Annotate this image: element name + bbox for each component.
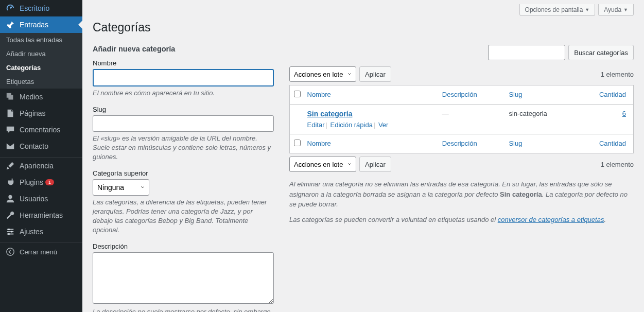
item-count-bottom: 1 elemento: [601, 161, 634, 168]
action-view[interactable]: Ver: [378, 121, 389, 129]
sidebar-item-settings[interactable]: Ajustes: [0, 223, 82, 240]
sidebar-item-comments[interactable]: Comentarios: [0, 122, 82, 138]
col-count-foot[interactable]: Cantidad: [599, 140, 626, 147]
sidebar-label: Contacto: [20, 142, 48, 150]
sidebar-label: Medios: [20, 93, 43, 101]
sidebar-subitem-categories[interactable]: Categorías: [0, 61, 82, 75]
col-count[interactable]: Cantidad: [599, 91, 626, 98]
row-desc: —: [437, 105, 504, 134]
sidebar-item-pages[interactable]: Páginas: [0, 105, 82, 122]
svg-point-4: [7, 248, 14, 255]
collapse-label: Cerrar menú: [20, 248, 57, 256]
svg-point-2: [11, 231, 13, 233]
desc-label: Descripción: [93, 242, 274, 250]
converter-link[interactable]: conversor de categorías a etiquetas: [498, 216, 604, 223]
action-quickedit[interactable]: Edición rápida: [330, 121, 372, 129]
field-description: Descripción La descripción no suele most…: [93, 242, 274, 312]
parent-select[interactable]: Ninguna: [93, 179, 149, 196]
wrench-icon: [5, 211, 15, 220]
row-count[interactable]: 6: [622, 110, 626, 117]
note-default-category: Sin categoría: [500, 190, 542, 198]
search-row: Buscar categorías: [289, 45, 634, 60]
action-edit[interactable]: Editar: [307, 121, 325, 129]
sidebar-label: Apariencia: [20, 162, 54, 170]
field-parent: Categoría superior Ninguna Las categoría…: [93, 169, 274, 235]
name-input[interactable]: [93, 69, 274, 86]
col-name[interactable]: Nombre: [307, 91, 331, 98]
sidebar-label: Comentarios: [20, 126, 60, 134]
sidebar-item-users[interactable]: Usuarios: [0, 190, 82, 207]
bulk-action-select-bottom[interactable]: Acciones en lote: [289, 157, 356, 172]
users-icon: [5, 194, 15, 203]
sidebar-item-tools[interactable]: Herramientas: [0, 207, 82, 223]
name-label: Nombre: [93, 59, 274, 67]
svg-point-1: [8, 229, 10, 231]
sidebar-label: Plugins: [20, 178, 43, 186]
select-all-bottom[interactable]: [294, 140, 301, 146]
sidebar-item-media[interactable]: Medios: [0, 89, 82, 105]
sidebar-item-dashboard[interactable]: Escritorio: [0, 0, 82, 16]
sidebar-label: Usuarios: [20, 195, 48, 203]
sliders-icon: [5, 227, 15, 236]
table-row: Sin categoría Editar| Edición rápida| Ve…: [290, 105, 634, 134]
form-heading: Añadir nueva categoría: [93, 45, 274, 53]
sidebar-label: Escritorio: [20, 4, 49, 12]
sidebar-subitem-tags[interactable]: Etiquetas: [0, 75, 82, 89]
plugins-update-badge: 1: [45, 179, 54, 185]
col-desc[interactable]: Descripción: [442, 91, 477, 98]
col-desc-foot[interactable]: Descripción: [442, 140, 477, 147]
desc-textarea[interactable]: [93, 252, 274, 304]
col-name-foot[interactable]: Nombre: [307, 140, 331, 147]
sidebar-label: Herramientas: [20, 211, 63, 219]
page-icon: [5, 109, 15, 118]
col-slug-foot[interactable]: Slug: [509, 140, 522, 147]
brush-icon: [5, 161, 15, 170]
sidebar-item-contact[interactable]: Contacto: [0, 138, 82, 154]
field-name: Nombre El nombre es cómo aparecerá en tu…: [93, 59, 274, 98]
category-list-panel: Buscar categorías Acciones en lote Aplic…: [289, 45, 634, 312]
page-title: Categorías: [93, 16, 634, 45]
desc-help: La descripción no suele mostrarse por de…: [93, 307, 274, 312]
chevron-down-icon: ▼: [623, 7, 628, 12]
col-slug[interactable]: Slug: [509, 91, 522, 98]
name-help: El nombre es cómo aparecerá en tu sitio.: [93, 89, 274, 98]
select-all-top[interactable]: [294, 91, 301, 97]
search-input[interactable]: [488, 45, 565, 60]
tablenav-top: Acciones en lote Aplicar 1 elemento: [289, 66, 634, 82]
parent-label: Categoría superior: [93, 169, 274, 177]
sidebar-subitem-addnew[interactable]: Añadir nueva: [0, 47, 82, 61]
sidebar-label: Páginas: [20, 109, 46, 117]
main-content: Opciones de pantalla ▼ Ayuda ▼ Categoría…: [82, 0, 644, 312]
slug-input[interactable]: [93, 115, 274, 132]
screen-options-tab[interactable]: Opciones de pantalla ▼: [519, 4, 596, 16]
parent-help: Las categorías, a diferencia de las etiq…: [93, 198, 274, 235]
field-slug: Slug El «slug» es la versión amigable de…: [93, 106, 274, 162]
sidebar-subitem-allposts[interactable]: Todas las entradas: [0, 33, 82, 47]
admin-sidebar: Escritorio Entradas Todas las entradas A…: [0, 0, 82, 312]
screen-options-label: Opciones de pantalla: [525, 6, 583, 13]
sidebar-label: Ajustes: [20, 228, 43, 236]
help-label: Ayuda: [604, 6, 621, 13]
svg-point-3: [8, 233, 10, 235]
tablenav-bottom: Acciones en lote Aplicar 1 elemento: [289, 157, 634, 172]
sidebar-item-plugins[interactable]: Plugins 1: [0, 174, 82, 190]
sidebar-item-posts[interactable]: Entradas: [0, 16, 82, 33]
collapse-icon: [5, 247, 15, 256]
bulk-apply-bottom[interactable]: Aplicar: [359, 157, 391, 172]
categories-table: Nombre Descripción Slug Cantidad Sin cat…: [289, 85, 634, 153]
top-tabs: Opciones de pantalla ▼ Ayuda ▼: [93, 0, 634, 16]
help-tab[interactable]: Ayuda ▼: [598, 4, 634, 16]
dashboard-icon: [5, 4, 15, 13]
search-button[interactable]: Buscar categorías: [568, 45, 634, 60]
slug-help: El «slug» es la versión amigable de la U…: [93, 134, 274, 162]
note-text: Las categorías se pueden convertir a vol…: [289, 216, 498, 223]
svg-point-0: [8, 195, 12, 199]
sidebar-submenu-posts: Todas las entradas Añadir nueva Categorí…: [0, 33, 82, 89]
bulk-action-select-top[interactable]: Acciones en lote: [289, 66, 356, 82]
media-icon: [5, 92, 15, 101]
note-text: .: [604, 216, 606, 223]
sidebar-item-appearance[interactable]: Apariencia: [0, 158, 82, 174]
bulk-apply-top[interactable]: Aplicar: [359, 66, 391, 82]
row-title[interactable]: Sin categoría: [307, 110, 353, 118]
sidebar-collapse[interactable]: Cerrar menú: [0, 243, 82, 261]
